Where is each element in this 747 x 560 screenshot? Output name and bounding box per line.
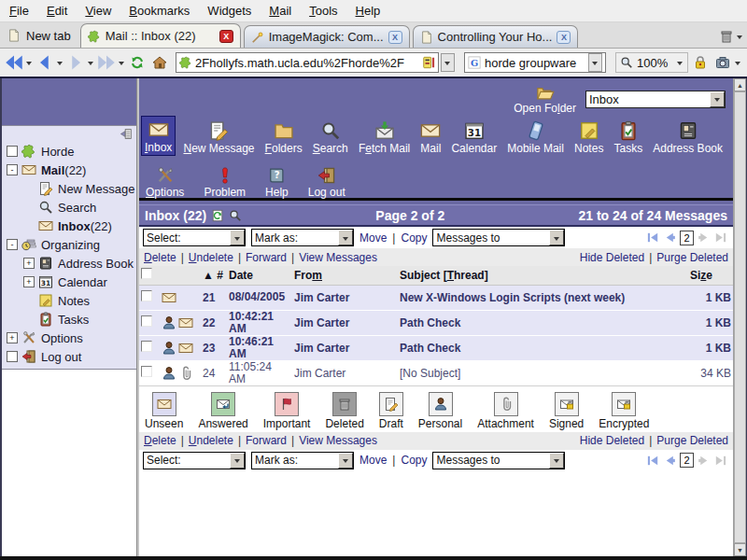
messages-to-dropdown[interactable]: Messages to — [432, 452, 565, 469]
message-subject-link[interactable]: Path Check — [400, 342, 460, 355]
menu-file[interactable]: File — [9, 4, 29, 18]
sidebar-item-mail[interactable]: - Mail (22) — [2, 161, 136, 179]
close-tab-icon[interactable]: X — [388, 31, 402, 44]
undelete-link[interactable]: Undelete — [189, 434, 233, 447]
purge-deleted-link[interactable]: Purge Deleted — [656, 251, 728, 264]
menu-tools[interactable]: Tools — [309, 4, 337, 18]
screenshot-button[interactable] — [712, 52, 733, 73]
vertical-scrollbar[interactable]: ▲ ▼ — [733, 78, 746, 556]
chevron-down-icon[interactable] — [26, 62, 32, 68]
dropdown-button[interactable] — [549, 453, 564, 469]
message-subject-link[interactable]: [No Subject] — [400, 367, 460, 380]
tree-expander-icon[interactable] — [7, 351, 18, 362]
app-tasks-button[interactable]: Tasks — [611, 118, 645, 156]
dropdown-button[interactable] — [710, 91, 725, 107]
message-subject-link[interactable]: New X-Windows Login Scripts (next week) — [400, 291, 625, 304]
sidebar-item-horde[interactable]: Horde — [2, 142, 136, 161]
first-page-button[interactable] — [646, 454, 660, 468]
size-column-header[interactable]: Size — [688, 266, 733, 285]
app-mail-button[interactable]: Mail — [417, 118, 444, 156]
url-bar[interactable]: 2Fhollyfs.math.ucla.edu%2Fhorde%2F — [176, 52, 439, 73]
menu-edit[interactable]: Edit — [47, 4, 67, 18]
select-all-checkbox[interactable] — [141, 268, 152, 279]
select-dropdown[interactable]: Select: — [143, 229, 246, 246]
sidebar-item-new-message[interactable]: New Message — [2, 179, 136, 198]
app-inbox-button[interactable]: Inbox — [141, 116, 176, 156]
scrollbar-thumb[interactable] — [734, 91, 746, 543]
history-back-button[interactable] — [4, 52, 24, 73]
dropdown-button[interactable] — [549, 230, 564, 245]
app-folders-button[interactable]: Folders — [262, 118, 305, 156]
close-tab-icon[interactable]: X — [557, 31, 571, 44]
tree-expander-icon[interactable]: + — [7, 332, 18, 343]
dropdown-button[interactable] — [338, 230, 353, 245]
app-options-button[interactable]: Options — [143, 163, 187, 200]
closed-tabs-button[interactable] — [719, 29, 743, 48]
message-row[interactable]: 22 10:42:21 AM Jim Carter Path Check 1 K… — [139, 310, 733, 335]
app-new-message-button[interactable]: New Message — [180, 118, 257, 156]
tree-expander-icon[interactable]: - — [7, 239, 18, 250]
delete-link[interactable]: Delete — [144, 434, 176, 447]
hide-deleted-link[interactable]: Hide Deleted — [580, 434, 644, 447]
dropdown-button[interactable] — [230, 453, 245, 469]
menu-help[interactable]: Help — [356, 4, 381, 18]
tree-expander-icon[interactable] — [7, 146, 18, 157]
first-page-button[interactable] — [646, 231, 660, 245]
sidebar-item-options[interactable]: + Options — [2, 329, 136, 347]
tab-mail-inbox[interactable]: Mail :: Inbox (22) X — [80, 23, 241, 48]
row-checkbox[interactable] — [141, 341, 152, 352]
sidebar-item-search[interactable]: Search — [2, 198, 136, 217]
search-text[interactable]: horde groupware — [485, 56, 585, 70]
sidebar-item-tasks[interactable]: Tasks — [2, 310, 136, 329]
copy-link[interactable]: Copy — [401, 454, 427, 467]
back-button[interactable] — [35, 52, 55, 73]
app-problem-button[interactable]: Problem — [201, 163, 248, 200]
menu-widgets[interactable]: Widgets — [207, 4, 251, 18]
sidebar-item-inbox[interactable]: Inbox (22) — [2, 217, 136, 235]
chevron-down-icon[interactable] — [88, 62, 93, 68]
page-number-input[interactable]: 2 — [680, 231, 694, 245]
move-link[interactable]: Move — [359, 454, 387, 467]
delete-link[interactable]: Delete — [144, 251, 176, 264]
chevron-down-icon[interactable] — [735, 62, 740, 68]
next-page-button[interactable] — [697, 454, 711, 468]
sidebar-item-address-book[interactable]: + Address Book — [2, 254, 136, 273]
tree-expander-icon[interactable]: + — [23, 258, 35, 269]
app-mobile-mail-button[interactable]: Mobile Mail — [504, 118, 567, 156]
forward-button[interactable] — [65, 52, 86, 73]
message-row[interactable]: 23 10:46:21 AM Jim Carter Path Check 1 K… — [139, 335, 733, 360]
chevron-down-icon[interactable] — [57, 62, 63, 68]
app-calendar-button[interactable]: Calendar — [448, 118, 500, 156]
search-bar[interactable]: horde groupware — [464, 52, 606, 73]
security-lock-button[interactable] — [690, 52, 711, 73]
app-notes-button[interactable]: Notes — [571, 118, 606, 156]
select-dropdown[interactable]: Select: — [143, 452, 246, 469]
mark-as-dropdown[interactable]: Mark as: — [251, 452, 354, 469]
app-help-button[interactable]: Help — [262, 163, 291, 200]
next-page-button[interactable] — [697, 231, 711, 245]
app-address-book-button[interactable]: Address Book — [650, 118, 726, 156]
copy-link[interactable]: Copy — [401, 231, 427, 245]
last-page-button[interactable] — [713, 231, 727, 245]
url-text[interactable]: 2Fhollyfs.math.ucla.edu%2Fhorde%2F — [195, 56, 419, 70]
folder-select[interactable]: Inbox — [585, 91, 726, 108]
app-logout-button[interactable]: Log out — [305, 163, 348, 200]
undelete-link[interactable]: Undelete — [189, 251, 233, 264]
row-checkbox[interactable] — [141, 315, 152, 327]
tree-expander-icon[interactable]: + — [23, 276, 35, 287]
date-column-header[interactable]: Date — [227, 266, 292, 285]
previous-page-button[interactable] — [663, 454, 677, 468]
row-checkbox[interactable] — [141, 366, 152, 377]
new-tab-button[interactable]: New tab — [4, 25, 80, 48]
scroll-down-icon[interactable]: ▼ — [734, 543, 746, 556]
sidebar-collapse-icon[interactable] — [119, 128, 134, 140]
message-row[interactable]: 21 08/04/2005 Jim Carter New X-Windows L… — [139, 285, 733, 310]
app-fetch-mail-button[interactable]: Fetch Mail — [356, 118, 413, 156]
sidebar-item-notes[interactable]: Notes — [2, 291, 136, 310]
page-number-input[interactable]: 2 — [680, 453, 694, 468]
from-column-header[interactable]: From — [292, 266, 398, 285]
sidebar-item-organizing[interactable]: - Organizing — [2, 235, 136, 254]
forward-link[interactable]: Forward — [246, 251, 287, 264]
message-row[interactable]: 24 11:05:24 AM Jim Carter [No Subject] 3… — [139, 360, 733, 385]
sidebar-item-calendar[interactable]: + Calendar — [2, 273, 136, 291]
